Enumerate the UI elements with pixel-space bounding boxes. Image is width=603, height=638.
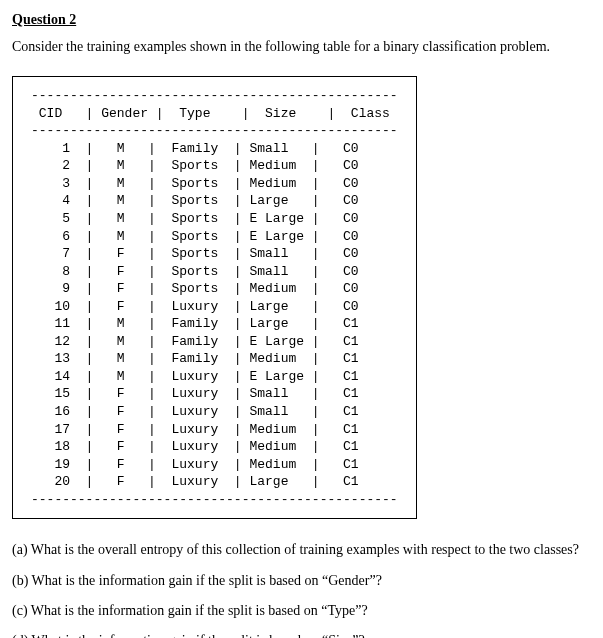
problem-statement: Consider the training examples shown in …: [12, 38, 591, 56]
question-header: Question 2: [12, 12, 591, 28]
question-b: (b) What is the information gain if the …: [12, 572, 591, 590]
question-d: (d) What is the information gain if the …: [12, 632, 591, 638]
question-c: (c) What is the information gain if the …: [12, 602, 591, 620]
training-data-table: ----------------------------------------…: [12, 76, 417, 519]
question-a: (a) What is the overall entropy of this …: [12, 541, 591, 559]
questions-list: (a) What is the overall entropy of this …: [12, 541, 591, 638]
